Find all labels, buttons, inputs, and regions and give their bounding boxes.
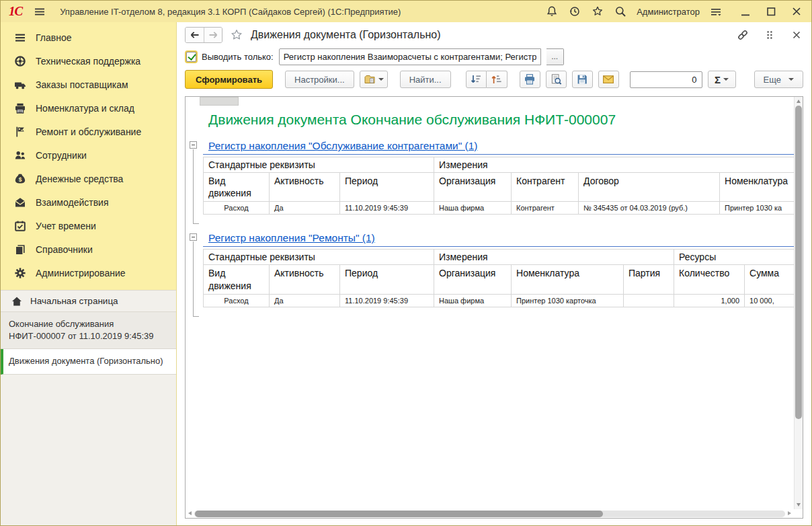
window-tab-1[interactable]: Окончание обслуживания НФИТ-000007 от 11… [1, 312, 176, 349]
filter-choose-button[interactable]: ... [546, 48, 564, 65]
envelope-icon [602, 73, 614, 85]
column-header-cell: Партия [624, 265, 674, 294]
form-header: Движения документа (Горизонтально) [177, 22, 811, 48]
report-title: Движения документа Окончание обслуживани… [208, 112, 794, 128]
column-header-cell: Период [340, 265, 434, 294]
report-cell: Да [270, 202, 340, 215]
vertical-scroll-thumb[interactable] [795, 106, 802, 419]
back-button[interactable] [186, 28, 204, 42]
report-section: Регистр накопления "Ремонты" (1)Стандарт… [203, 231, 794, 307]
report-section: Регистр накопления "Обслуживание контраг… [203, 139, 794, 215]
report-cell: № 345435 от 04.03.2019 (руб.) [579, 202, 720, 215]
content-panel: Движения документа (Горизонтально) Вывод… [177, 22, 811, 525]
sort-desc-icon [470, 73, 482, 85]
report-cell: 11.10.2019 9:45:39 [340, 294, 434, 307]
register-link[interactable]: Регистр накопления "Ремонты" (1) [203, 231, 375, 246]
group-header-cell: Стандартные реквизиты [204, 250, 434, 265]
scroll-right-icon[interactable] [788, 511, 791, 515]
close-window-button[interactable] [790, 5, 803, 18]
group-header-cell: Ресурсы [674, 250, 794, 265]
sidebar-item-administration[interactable]: Администрирование [1, 261, 176, 285]
get-link-icon[interactable] [736, 28, 749, 42]
sidebar-item-label: Денежные средства [36, 174, 123, 184]
minimize-button[interactable] [739, 5, 752, 18]
filter-checkbox[interactable] [186, 52, 196, 62]
preview-icon [550, 73, 562, 85]
sidebar-item-label: Ремонт и обслуживание [36, 126, 141, 137]
search-icon[interactable] [614, 5, 627, 18]
sidebar-item-tech-support[interactable]: Техническая поддержка [1, 49, 176, 73]
scroll-left-icon[interactable] [188, 511, 192, 515]
sidebar-item-label: Справочники [36, 244, 93, 255]
send-mail-button[interactable] [598, 71, 619, 88]
filter-input[interactable] [279, 48, 541, 65]
column-header-cell: Активность [270, 265, 340, 294]
collapse-minus-button[interactable] [190, 233, 197, 241]
chevron-down-icon [788, 78, 794, 81]
report-toolbar: Сформировать Настройки... Найти... Σ [177, 68, 811, 95]
maximize-button[interactable] [764, 5, 778, 18]
chevron-down-icon [723, 78, 729, 81]
moneybag-icon: $ [14, 173, 26, 185]
report-cell: 11.10.2019 9:45:39 [340, 202, 434, 215]
more-button[interactable]: Еще [754, 71, 803, 88]
data-row: РасходДа11.10.2019 9:45:39Наша фирмаПрин… [204, 294, 795, 307]
sidebar-item-employees[interactable]: Сотрудники [1, 143, 176, 167]
close-form-icon[interactable] [790, 28, 803, 42]
favorite-star-icon[interactable] [229, 27, 245, 43]
page-title: Движения документа (Горизонтально) [251, 29, 441, 41]
group-header-cell: Измерения [434, 250, 674, 265]
hamburger-menu-icon[interactable] [33, 5, 46, 18]
main-menu-icon[interactable] [709, 5, 723, 18]
autosum-field[interactable] [630, 71, 702, 88]
forward-button[interactable] [204, 28, 222, 42]
expand-groups-button[interactable] [487, 71, 508, 88]
sidebar-item-references[interactable]: Справочники [1, 237, 176, 261]
more-dots-icon[interactable] [763, 28, 776, 42]
register-link[interactable]: Регистр накопления "Обслуживание контраг… [203, 139, 478, 154]
sidebar-item-nomenklatura-sklad[interactable]: Номенклатура и склад [1, 96, 176, 120]
sidebar-item-label: Номенклатура и склад [36, 103, 134, 114]
collapse-minus-button[interactable] [190, 141, 197, 149]
preview-button[interactable] [546, 71, 567, 88]
sum-button[interactable]: Σ [708, 71, 736, 88]
current-user[interactable]: Администратор [637, 7, 700, 17]
horizontal-scroll-track[interactable] [194, 511, 785, 517]
notifications-bell-icon[interactable] [545, 5, 559, 18]
sidebar-item-interactions[interactable]: Взаимодействия [1, 190, 176, 214]
sidebar-item-supplier-orders[interactable]: Заказы поставщикам [1, 73, 176, 96]
column-header-cell: Сумма [745, 265, 794, 294]
find-button[interactable]: Найти... [400, 71, 451, 88]
settings-button[interactable]: Настройки... [285, 71, 354, 88]
scroll-up-icon[interactable] [797, 100, 801, 103]
print-button[interactable] [520, 71, 540, 88]
printer-icon [14, 102, 26, 114]
horizontal-scroll-thumb[interactable] [195, 511, 603, 517]
history-icon[interactable] [568, 5, 581, 18]
window-title: Управление IT-отделом 8, редакция 3.1 КО… [60, 7, 401, 17]
horizontal-scrollbar[interactable] [186, 509, 794, 518]
sidebar-item-home[interactable]: Начальная страница [1, 290, 176, 312]
sidebar-item-time-tracking[interactable]: Учет времени [1, 214, 176, 237]
1c-logo: 1С [9, 4, 22, 19]
save-button[interactable] [572, 71, 593, 88]
column-header-cell: Организация [434, 173, 512, 202]
column-header-cell: Вид движения [204, 265, 270, 294]
sidebar-item-glavnoe[interactable]: Главное [1, 26, 176, 49]
report-variants-button[interactable] [360, 71, 388, 88]
generate-button[interactable]: Сформировать [185, 70, 273, 89]
chevron-down-icon [378, 78, 384, 81]
window-tab-2[interactable]: Движения документа (Горизонтально) [1, 349, 176, 374]
favorites-star-icon[interactable] [591, 5, 604, 18]
books-icon [14, 243, 26, 256]
filter-label: Выводить только: [202, 52, 274, 62]
spreadsheet-corner [200, 97, 239, 106]
sidebar-item-label: Главное [36, 32, 72, 43]
collapse-groups-button[interactable] [466, 71, 487, 88]
sidebar-item-repair-service[interactable]: Ремонт и обслуживание [1, 120, 176, 143]
report-variant-icon [364, 73, 376, 85]
register-table: Стандартные реквизитыИзмеренияРесурсыВид… [203, 249, 794, 307]
sidebar-item-money[interactable]: $Денежные средства [1, 167, 176, 190]
scroll-down-icon[interactable] [797, 503, 801, 506]
vertical-scrollbar[interactable] [794, 97, 803, 509]
